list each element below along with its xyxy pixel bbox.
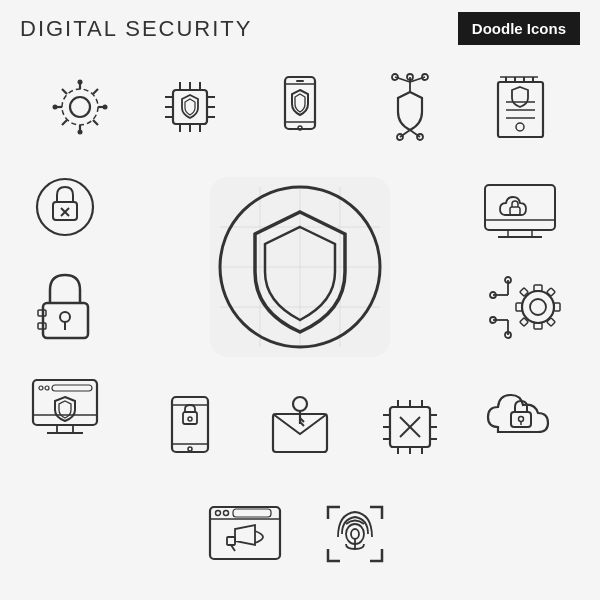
phone-shield-icon	[245, 57, 355, 157]
svg-point-13	[103, 105, 108, 110]
center-shield-icon	[200, 167, 400, 367]
svg-line-136	[231, 545, 235, 551]
svg-line-9	[93, 89, 98, 94]
svg-point-117	[522, 291, 554, 323]
svg-point-52	[516, 123, 524, 131]
monitor-shield-icon	[10, 357, 120, 457]
bottom-mail-key-icon	[245, 382, 355, 472]
svg-point-10	[78, 80, 83, 85]
svg-point-118	[530, 299, 546, 315]
header: DIGITAL SECURITY Doodle Icons	[0, 0, 600, 57]
svg-point-137	[351, 529, 359, 539]
top-icon-row	[0, 57, 600, 157]
bottom-chip-lock-icon	[355, 382, 465, 472]
cloud-lock-icon	[470, 357, 580, 457]
brand-label: Doodle Icons	[458, 12, 580, 45]
network-shield-icon	[355, 57, 465, 157]
right-icon-col	[470, 157, 590, 472]
gear-digital-icon	[470, 257, 580, 357]
locked-circle-icon	[10, 157, 120, 257]
bottom-icon-row	[0, 484, 600, 584]
left-icon-col	[10, 157, 130, 472]
svg-point-133	[224, 511, 229, 516]
padlock-icon	[10, 257, 120, 357]
svg-rect-81	[183, 412, 197, 424]
svg-point-11	[78, 130, 83, 135]
svg-line-6	[62, 89, 67, 94]
chip-shield-icon	[135, 57, 245, 157]
bottom-center-row	[135, 382, 465, 472]
middle-section	[0, 157, 600, 482]
svg-line-7	[93, 120, 98, 125]
svg-line-8	[62, 120, 67, 125]
svg-point-68	[45, 386, 49, 390]
svg-rect-108	[510, 207, 520, 215]
bottom-browser-alert-icon	[190, 484, 300, 584]
svg-rect-69	[52, 385, 92, 391]
svg-point-132	[216, 511, 221, 516]
svg-rect-57	[43, 303, 88, 338]
monitor-cloud-lock-icon	[470, 157, 580, 257]
svg-rect-134	[233, 509, 271, 517]
svg-rect-135	[227, 537, 235, 545]
svg-point-58	[60, 312, 70, 322]
svg-point-84	[293, 397, 307, 411]
notebook-shield-icon	[465, 57, 575, 157]
page-title: DIGITAL SECURITY	[20, 16, 252, 42]
svg-point-80	[188, 447, 192, 451]
bottom-phone-lock-icon	[135, 382, 245, 472]
svg-rect-27	[285, 77, 315, 129]
svg-point-0	[70, 97, 90, 117]
bottom-fingerprint-icon	[300, 484, 410, 584]
cyber-gear-icon	[25, 57, 135, 157]
svg-point-1	[62, 89, 98, 125]
svg-point-128	[518, 417, 523, 422]
svg-point-12	[53, 105, 58, 110]
svg-point-82	[188, 417, 192, 421]
svg-rect-31	[296, 80, 304, 82]
svg-point-67	[39, 386, 43, 390]
center-main-area	[130, 157, 470, 472]
